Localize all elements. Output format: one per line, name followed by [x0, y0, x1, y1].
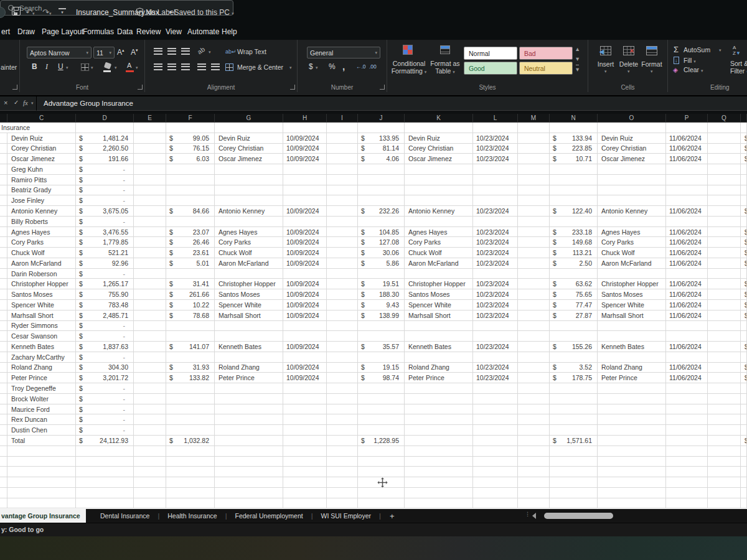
grid-cell[interactable] [166, 164, 215, 175]
grid-cell[interactable] [518, 195, 550, 206]
grid-cell[interactable] [327, 373, 358, 383]
grid-cell[interactable] [134, 289, 166, 300]
grid-cell[interactable] [327, 289, 358, 300]
grid-cell[interactable] [327, 404, 358, 415]
grid-cell-amount[interactable]: $149.68 [550, 237, 598, 248]
grid-cell-name[interactable] [598, 269, 666, 279]
grid-cell[interactable] [518, 164, 550, 175]
grid-cell[interactable] [0, 446, 7, 457]
grid-cell-date[interactable]: 11/06/2024 [666, 133, 708, 144]
grid-cell[interactable] [518, 154, 550, 164]
grid-cell[interactable] [327, 457, 358, 467]
grid-cell[interactable] [708, 195, 741, 206]
grid-cell-date[interactable]: 10/23/2024 [473, 258, 518, 269]
grid-cell-amount[interactable]: $- [76, 321, 134, 332]
grid-cell[interactable] [358, 414, 405, 425]
grid-cell[interactable] [327, 352, 358, 363]
fill-color-dropdown-icon[interactable]: ▾ [115, 65, 117, 70]
grid-cell[interactable] [0, 248, 7, 258]
enter-icon[interactable]: ✓ [14, 99, 19, 106]
grid-cell-name[interactable]: Spencer White [7, 300, 76, 310]
grid-cell[interactable] [7, 477, 76, 488]
grid-cell[interactable] [0, 425, 7, 436]
orientation-dropdown-icon[interactable]: ▾ [209, 50, 211, 55]
grid-cell-name[interactable] [215, 269, 283, 279]
orientation-icon[interactable]: ab [196, 45, 206, 56]
grid-cell-amount[interactable]: $2,485.71 [76, 310, 134, 321]
grid-cell-date[interactable]: 10/23/2024 [473, 373, 518, 383]
grid-cell[interactable] [327, 248, 358, 258]
grid-cell-date[interactable]: 11/06/2024 [666, 258, 708, 269]
grid-cell[interactable] [0, 164, 7, 175]
grid-cell[interactable] [708, 394, 741, 404]
grid-cell[interactable] [0, 175, 7, 185]
grid-cell[interactable] [358, 195, 405, 206]
grid-cell[interactable] [358, 446, 405, 457]
column-header-H[interactable]: H [283, 114, 327, 122]
increase-font-icon[interactable]: A▴ [117, 48, 125, 57]
grid-cell[interactable] [550, 394, 598, 404]
sheet-tab-dental-insurance[interactable]: Dental Insurance [92, 512, 157, 520]
grid-cell-date[interactable]: 10/23/2024 [473, 289, 518, 300]
grid-cell-name[interactable] [405, 425, 473, 436]
grid-cell-amount[interactable]: $- [76, 195, 134, 206]
grid-cell-amount[interactable]: $19.15 [358, 363, 405, 373]
grid-cell[interactable] [327, 498, 358, 509]
alignment-dialog-launcher-icon[interactable] [290, 85, 295, 90]
align-bottom-icon[interactable] [181, 48, 190, 55]
grid-cell[interactable] [518, 144, 550, 154]
grid-cell-amount[interactable]: $24,112.93 [76, 436, 134, 446]
grid-cell[interactable] [708, 310, 741, 321]
grid-cell[interactable] [518, 248, 550, 258]
grid-cell-name[interactable] [598, 436, 666, 446]
grid-cell-amount[interactable]: $- [76, 425, 134, 436]
ribbon-tab-draw[interactable]: Draw [17, 27, 35, 36]
grid-cell[interactable] [134, 321, 166, 332]
grid-cell-date[interactable] [666, 331, 708, 342]
grid-cell[interactable] [550, 477, 598, 488]
grid-cell[interactable] [550, 321, 598, 332]
grid-cell-date[interactable] [666, 185, 708, 196]
grid-cell-name[interactable] [215, 195, 283, 206]
grid-cell-date[interactable]: 10/23/2024 [473, 227, 518, 238]
grid-cell-date[interactable] [473, 425, 518, 436]
grid-cell-amount[interactable]: $- [76, 331, 134, 342]
grid-cell-name[interactable]: Agnes Hayes [598, 227, 666, 238]
fx-icon[interactable]: fx [23, 99, 28, 106]
currency-format-icon[interactable]: $ [309, 62, 313, 71]
grid-cell-amount[interactable]: $30.06 [358, 248, 405, 258]
grid-cell[interactable] [741, 446, 747, 457]
grid-cell[interactable] [708, 363, 741, 373]
grid-cell[interactable] [0, 133, 7, 144]
grid-cell-amount[interactable]: $4.06 [358, 154, 405, 164]
grid-cell[interactable] [518, 227, 550, 238]
grid-cell[interactable] [166, 269, 215, 279]
grid-cell[interactable] [473, 488, 518, 498]
grid-cell[interactable] [134, 363, 166, 373]
grid-cell-amount[interactable]: $10.71 [550, 154, 598, 164]
grid-cell-date[interactable] [666, 414, 708, 425]
grid-cell-name[interactable] [598, 414, 666, 425]
grid-cell[interactable] [134, 206, 166, 217]
grid-cell[interactable] [327, 175, 358, 185]
grid-cell-name[interactable]: Aaron McFarland [215, 258, 283, 269]
grid-cell-amount[interactable]: $- [76, 394, 134, 404]
grid-cell-partial[interactable]: $ [741, 144, 747, 154]
grid-cell-date[interactable]: 11/06/2024 [666, 227, 708, 238]
grid-cell-amount[interactable]: $26.46 [166, 237, 215, 248]
grid-cell-amount[interactable]: $- [76, 164, 134, 175]
grid-cell[interactable] [405, 467, 473, 477]
format-dropdown-icon[interactable]: ▾ [651, 69, 653, 74]
grid-cell-partial[interactable] [741, 321, 747, 332]
grid-cell[interactable] [550, 123, 598, 133]
grid-cell[interactable] [598, 467, 666, 477]
fx-dropdown-icon[interactable]: ▾ [31, 101, 34, 106]
grid-cell[interactable] [708, 154, 741, 164]
insert-dropdown-icon[interactable]: ▾ [604, 69, 607, 74]
ribbon-tab-page-layout[interactable]: Page Layout [42, 27, 83, 36]
grid-cell-name[interactable]: Aaron McFarland [7, 258, 76, 269]
grid-cell-amount[interactable]: $783.48 [76, 300, 134, 310]
grid-cell-name[interactable]: Santos Moses [598, 289, 666, 300]
grid-cell[interactable] [550, 488, 598, 498]
grid-cell-partial[interactable]: $ [741, 436, 747, 446]
